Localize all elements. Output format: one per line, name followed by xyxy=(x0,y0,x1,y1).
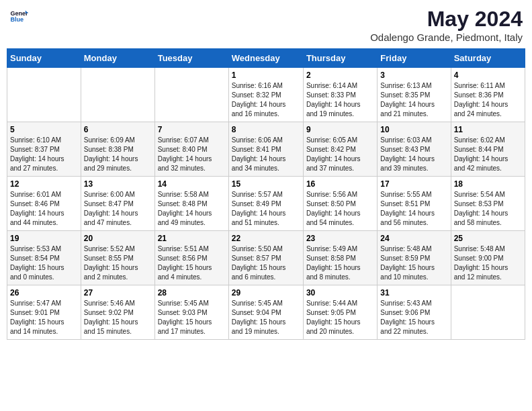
week-row-5: 26Sunrise: 5:47 AM Sunset: 9:01 PM Dayli… xyxy=(7,285,525,340)
logo-icon: General Blue xyxy=(9,7,28,26)
day-cell: 13Sunrise: 6:00 AM Sunset: 8:47 PM Dayli… xyxy=(81,177,154,231)
day-cell: 19Sunrise: 5:53 AM Sunset: 8:54 PM Dayli… xyxy=(7,231,81,285)
day-cell: 15Sunrise: 5:57 AM Sunset: 8:49 PM Dayli… xyxy=(228,177,303,231)
day-info: Sunrise: 5:49 AM Sunset: 8:58 PM Dayligh… xyxy=(306,244,374,282)
day-cell: 20Sunrise: 5:52 AM Sunset: 8:55 PM Dayli… xyxy=(81,231,154,285)
day-header-saturday: Saturday xyxy=(451,49,525,68)
day-number: 17 xyxy=(380,179,447,189)
day-info: Sunrise: 5:50 AM Sunset: 8:57 PM Dayligh… xyxy=(232,244,300,282)
day-number: 3 xyxy=(380,71,447,80)
day-info: Sunrise: 5:44 AM Sunset: 9:05 PM Dayligh… xyxy=(306,299,374,336)
day-cell: 30Sunrise: 5:44 AM Sunset: 9:05 PM Dayli… xyxy=(303,285,377,340)
day-cell xyxy=(154,68,228,122)
day-cell: 26Sunrise: 5:47 AM Sunset: 9:01 PM Dayli… xyxy=(7,285,81,340)
day-cell: 29Sunrise: 5:45 AM Sunset: 9:04 PM Dayli… xyxy=(228,285,303,340)
day-info: Sunrise: 6:03 AM Sunset: 8:43 PM Dayligh… xyxy=(380,136,447,173)
day-number: 22 xyxy=(232,234,300,243)
day-info: Sunrise: 6:16 AM Sunset: 8:32 PM Dayligh… xyxy=(232,81,300,119)
day-cell: 3Sunrise: 6:13 AM Sunset: 8:35 PM Daylig… xyxy=(378,68,451,122)
main-title: May 2024 xyxy=(370,7,523,32)
day-number: 21 xyxy=(158,234,226,243)
day-header-monday: Monday xyxy=(81,49,154,68)
day-info: Sunrise: 5:47 AM Sunset: 9:01 PM Dayligh… xyxy=(10,299,78,336)
day-cell: 25Sunrise: 5:48 AM Sunset: 9:00 PM Dayli… xyxy=(451,231,525,285)
day-header-tuesday: Tuesday xyxy=(154,49,228,68)
day-info: Sunrise: 6:10 AM Sunset: 8:37 PM Dayligh… xyxy=(10,136,78,173)
day-number: 13 xyxy=(84,179,152,189)
day-info: Sunrise: 5:43 AM Sunset: 9:06 PM Dayligh… xyxy=(380,299,447,336)
day-cell: 23Sunrise: 5:49 AM Sunset: 8:58 PM Dayli… xyxy=(303,231,377,285)
day-cell: 22Sunrise: 5:50 AM Sunset: 8:57 PM Dayli… xyxy=(228,231,303,285)
day-cell: 4Sunrise: 6:11 AM Sunset: 8:36 PM Daylig… xyxy=(451,68,525,122)
day-number: 2 xyxy=(306,71,374,80)
day-header-wednesday: Wednesday xyxy=(228,49,303,68)
day-cell: 2Sunrise: 6:14 AM Sunset: 8:33 PM Daylig… xyxy=(303,68,377,122)
day-cell: 1Sunrise: 6:16 AM Sunset: 8:32 PM Daylig… xyxy=(228,68,303,122)
week-row-1: 1Sunrise: 6:16 AM Sunset: 8:32 PM Daylig… xyxy=(7,68,525,122)
day-info: Sunrise: 5:51 AM Sunset: 8:56 PM Dayligh… xyxy=(158,244,226,282)
day-cell: 10Sunrise: 6:03 AM Sunset: 8:43 PM Dayli… xyxy=(378,122,451,177)
day-cell: 11Sunrise: 6:02 AM Sunset: 8:44 PM Dayli… xyxy=(451,122,525,177)
day-info: Sunrise: 5:45 AM Sunset: 9:03 PM Dayligh… xyxy=(158,299,226,336)
day-number: 1 xyxy=(232,71,300,80)
day-info: Sunrise: 6:00 AM Sunset: 8:47 PM Dayligh… xyxy=(84,190,152,228)
day-number: 31 xyxy=(380,288,447,298)
day-info: Sunrise: 5:53 AM Sunset: 8:54 PM Dayligh… xyxy=(10,244,78,282)
day-cell: 9Sunrise: 6:05 AM Sunset: 8:42 PM Daylig… xyxy=(303,122,377,177)
day-cell: 27Sunrise: 5:46 AM Sunset: 9:02 PM Dayli… xyxy=(81,285,154,340)
day-info: Sunrise: 5:55 AM Sunset: 8:51 PM Dayligh… xyxy=(380,190,447,228)
day-cell xyxy=(81,68,154,122)
day-cell: 12Sunrise: 6:01 AM Sunset: 8:46 PM Dayli… xyxy=(7,177,81,231)
day-info: Sunrise: 6:09 AM Sunset: 8:38 PM Dayligh… xyxy=(84,136,152,173)
day-info: Sunrise: 5:45 AM Sunset: 9:04 PM Dayligh… xyxy=(232,299,300,336)
svg-text:Blue: Blue xyxy=(10,16,24,23)
day-info: Sunrise: 6:07 AM Sunset: 8:40 PM Dayligh… xyxy=(158,136,226,173)
day-cell: 17Sunrise: 5:55 AM Sunset: 8:51 PM Dayli… xyxy=(378,177,451,231)
day-info: Sunrise: 5:58 AM Sunset: 8:48 PM Dayligh… xyxy=(158,190,226,228)
day-info: Sunrise: 6:13 AM Sunset: 8:35 PM Dayligh… xyxy=(380,81,447,119)
day-cell: 8Sunrise: 6:06 AM Sunset: 8:41 PM Daylig… xyxy=(228,122,303,177)
day-info: Sunrise: 6:06 AM Sunset: 8:41 PM Dayligh… xyxy=(232,136,300,173)
week-row-3: 12Sunrise: 6:01 AM Sunset: 8:46 PM Dayli… xyxy=(7,177,525,231)
day-cell xyxy=(451,285,525,340)
day-number: 10 xyxy=(380,125,447,134)
calendar: SundayMondayTuesdayWednesdayThursdayFrid… xyxy=(7,48,525,340)
day-cell: 16Sunrise: 5:56 AM Sunset: 8:50 PM Dayli… xyxy=(303,177,377,231)
day-info: Sunrise: 6:05 AM Sunset: 8:42 PM Dayligh… xyxy=(306,136,374,173)
week-row-2: 5Sunrise: 6:10 AM Sunset: 8:37 PM Daylig… xyxy=(7,122,525,177)
day-number: 15 xyxy=(232,179,300,189)
day-number: 4 xyxy=(454,71,522,80)
title-area: May 2024 Odalengo Grande, Piedmont, Ital… xyxy=(370,7,523,43)
day-number: 18 xyxy=(454,179,522,189)
day-cell: 24Sunrise: 5:48 AM Sunset: 8:59 PM Dayli… xyxy=(378,231,451,285)
day-cell: 28Sunrise: 5:45 AM Sunset: 9:03 PM Dayli… xyxy=(154,285,228,340)
logo: General Blue xyxy=(9,7,31,26)
day-info: Sunrise: 5:52 AM Sunset: 8:55 PM Dayligh… xyxy=(84,244,152,282)
day-number: 8 xyxy=(232,125,300,134)
day-cell: 21Sunrise: 5:51 AM Sunset: 8:56 PM Dayli… xyxy=(154,231,228,285)
day-number: 7 xyxy=(158,125,226,134)
day-info: Sunrise: 5:48 AM Sunset: 8:59 PM Dayligh… xyxy=(380,244,447,282)
day-number: 19 xyxy=(10,234,78,243)
day-number: 29 xyxy=(232,288,300,298)
day-cell xyxy=(7,68,81,122)
day-cell: 6Sunrise: 6:09 AM Sunset: 8:38 PM Daylig… xyxy=(81,122,154,177)
week-row-4: 19Sunrise: 5:53 AM Sunset: 8:54 PM Dayli… xyxy=(7,231,525,285)
day-info: Sunrise: 5:46 AM Sunset: 9:02 PM Dayligh… xyxy=(84,299,152,336)
day-cell: 7Sunrise: 6:07 AM Sunset: 8:40 PM Daylig… xyxy=(154,122,228,177)
day-info: Sunrise: 5:56 AM Sunset: 8:50 PM Dayligh… xyxy=(306,190,374,228)
day-number: 24 xyxy=(380,234,447,243)
day-number: 26 xyxy=(10,288,78,298)
day-cell: 31Sunrise: 5:43 AM Sunset: 9:06 PM Dayli… xyxy=(378,285,451,340)
day-number: 11 xyxy=(454,125,522,134)
day-info: Sunrise: 6:01 AM Sunset: 8:46 PM Dayligh… xyxy=(10,190,78,228)
day-number: 6 xyxy=(84,125,152,134)
day-number: 5 xyxy=(10,125,78,134)
day-number: 25 xyxy=(454,234,522,243)
day-cell: 18Sunrise: 5:54 AM Sunset: 8:53 PM Dayli… xyxy=(451,177,525,231)
day-cell: 14Sunrise: 5:58 AM Sunset: 8:48 PM Dayli… xyxy=(154,177,228,231)
day-number: 12 xyxy=(10,179,78,189)
day-number: 14 xyxy=(158,179,226,189)
day-header-sunday: Sunday xyxy=(7,49,81,68)
day-info: Sunrise: 5:54 AM Sunset: 8:53 PM Dayligh… xyxy=(454,190,522,228)
